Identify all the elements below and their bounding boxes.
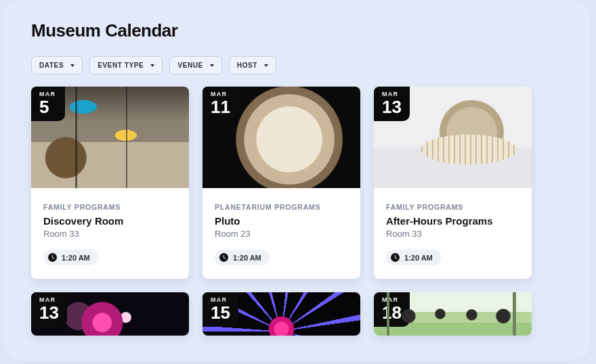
event-card[interactable]: MAR 5 FAMILY PROGRAMS Discovery Room Roo… <box>31 87 189 279</box>
filter-host[interactable]: HOST <box>229 56 276 74</box>
date-day: 5 <box>39 98 57 116</box>
date-month: MAR <box>382 91 402 97</box>
event-body: FAMILY PROGRAMS Discovery Room Room 33 1… <box>31 188 189 279</box>
event-image: MAR 13 <box>31 292 189 336</box>
date-badge: MAR 13 <box>31 292 67 327</box>
event-room: Room 23 <box>215 229 348 239</box>
event-card[interactable]: MAR 11 PLANETARIUM PROGRAMS Pluto Room 2… <box>203 87 360 279</box>
chevron-down-icon <box>150 64 154 67</box>
chevron-down-icon <box>70 64 74 67</box>
event-body: FAMILY PROGRAMS After-Hours Programs Roo… <box>374 188 532 279</box>
event-image: MAR 11 <box>203 87 360 188</box>
filter-dates[interactable]: DATES <box>31 56 83 74</box>
event-category: PLANETARIUM PROGRAMS <box>215 203 348 211</box>
event-image: MAR 18 <box>374 292 532 336</box>
event-title: Pluto <box>215 215 348 227</box>
time-chip: 1:20 AM <box>43 250 98 265</box>
calendar-panel: Museum Calendar DATES EVENT TYPE VENUE H… <box>3 0 591 361</box>
clock-icon <box>391 253 400 262</box>
event-time: 1:20 AM <box>404 254 433 262</box>
date-month: MAR <box>382 296 402 303</box>
filter-label: EVENT TYPE <box>98 62 144 69</box>
chevron-down-icon <box>210 64 214 67</box>
event-card[interactable]: MAR 15 <box>203 292 360 336</box>
date-badge: MAR 15 <box>203 292 238 327</box>
event-card[interactable]: MAR 13 <box>31 292 189 336</box>
time-chip: 1:20 AM <box>215 250 270 265</box>
event-room: Room 33 <box>386 229 519 239</box>
filter-event-type[interactable]: EVENT TYPE <box>89 56 163 74</box>
event-card[interactable]: MAR 18 <box>374 292 532 336</box>
filter-label: VENUE <box>177 62 203 69</box>
event-time: 1:20 AM <box>233 254 261 262</box>
event-image: MAR 13 <box>374 87 532 188</box>
date-badge: MAR 13 <box>374 87 410 121</box>
filter-label: DATES <box>39 62 64 69</box>
event-card[interactable]: MAR 13 FAMILY PROGRAMS After-Hours Progr… <box>374 87 532 279</box>
date-day: 13 <box>39 304 59 321</box>
date-day: 15 <box>211 304 230 321</box>
date-day: 18 <box>382 304 402 321</box>
event-body: PLANETARIUM PROGRAMS Pluto Room 23 1:20 … <box>203 188 360 279</box>
clock-icon <box>219 253 228 262</box>
date-badge: MAR 5 <box>31 87 65 121</box>
date-day: 11 <box>211 98 230 116</box>
date-day: 13 <box>382 98 402 116</box>
event-grid: MAR 5 FAMILY PROGRAMS Discovery Room Roo… <box>31 87 566 336</box>
event-room: Room 33 <box>43 229 177 239</box>
event-image: MAR 15 <box>203 292 360 336</box>
chevron-down-icon <box>264 64 268 67</box>
clock-icon <box>48 253 57 262</box>
event-category: FAMILY PROGRAMS <box>43 203 177 211</box>
page-title: Museum Calendar <box>31 20 566 41</box>
date-badge: MAR 11 <box>203 87 238 121</box>
filter-venue[interactable]: VENUE <box>169 56 221 74</box>
event-category: FAMILY PROGRAMS <box>386 203 519 211</box>
event-image: MAR 5 <box>31 87 189 188</box>
event-title: After-Hours Programs <box>386 215 519 227</box>
filter-label: HOST <box>237 62 257 69</box>
filter-bar: DATES EVENT TYPE VENUE HOST <box>31 56 566 74</box>
date-badge: MAR 18 <box>374 292 410 327</box>
event-title: Discovery Room <box>43 215 177 227</box>
event-time: 1:20 AM <box>62 254 90 262</box>
date-month: MAR <box>39 91 57 97</box>
time-chip: 1:20 AM <box>386 250 441 265</box>
